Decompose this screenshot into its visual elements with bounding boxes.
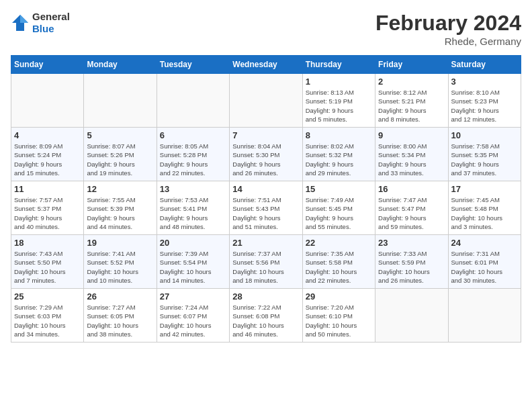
day-info: Sunrise: 8:04 AM Sunset: 5:30 PM Dayligh… <box>232 142 299 177</box>
calendar-body: 1Sunrise: 8:13 AM Sunset: 5:19 PM Daylig… <box>11 74 521 342</box>
day-info: Sunrise: 7:43 AM Sunset: 5:50 PM Dayligh… <box>14 249 81 285</box>
month-title: February 2024 <box>375 11 521 36</box>
day-info: Sunrise: 7:51 AM Sunset: 5:43 PM Dayligh… <box>232 195 299 231</box>
calendar-cell: 22Sunrise: 7:35 AM Sunset: 5:58 PM Dayli… <box>302 235 375 289</box>
day-number: 29 <box>306 291 372 302</box>
weekday-header-monday: Monday <box>84 56 157 74</box>
day-info: Sunrise: 7:24 AM Sunset: 6:07 PM Dayligh… <box>160 303 226 338</box>
calendar-cell: 4Sunrise: 8:09 AM Sunset: 5:24 PM Daylig… <box>11 128 84 181</box>
day-number: 13 <box>160 184 226 194</box>
calendar-cell: 11Sunrise: 7:57 AM Sunset: 5:37 PM Dayli… <box>11 181 84 235</box>
logo-text: General Blue <box>32 11 70 35</box>
calendar-header-row: SundayMondayTuesdayWednesdayThursdayFrid… <box>11 56 521 74</box>
svg-marker-1 <box>20 15 28 23</box>
logo-icon <box>11 13 30 32</box>
day-info: Sunrise: 7:31 AM Sunset: 6:01 PM Dayligh… <box>451 249 518 285</box>
day-info: Sunrise: 8:00 AM Sunset: 5:34 PM Dayligh… <box>378 142 445 177</box>
day-number: 23 <box>378 238 445 248</box>
calendar-cell <box>448 289 521 342</box>
day-info: Sunrise: 7:55 AM Sunset: 5:39 PM Dayligh… <box>87 195 153 231</box>
calendar-cell: 27Sunrise: 7:24 AM Sunset: 6:07 PM Dayli… <box>157 289 229 342</box>
day-number: 20 <box>160 238 226 248</box>
calendar-cell: 12Sunrise: 7:55 AM Sunset: 5:39 PM Dayli… <box>84 181 157 235</box>
day-info: Sunrise: 7:20 AM Sunset: 6:10 PM Dayligh… <box>306 303 372 338</box>
calendar-cell: 15Sunrise: 7:49 AM Sunset: 5:45 PM Dayli… <box>302 181 375 235</box>
calendar-cell: 24Sunrise: 7:31 AM Sunset: 6:01 PM Dayli… <box>448 235 521 289</box>
calendar-cell: 8Sunrise: 8:02 AM Sunset: 5:32 PM Daylig… <box>302 128 375 181</box>
weekday-header-sunday: Sunday <box>11 56 84 74</box>
weekday-header-wednesday: Wednesday <box>230 56 302 74</box>
day-info: Sunrise: 7:22 AM Sunset: 6:08 PM Dayligh… <box>232 303 299 338</box>
day-number: 25 <box>14 291 81 302</box>
calendar-cell: 2Sunrise: 8:12 AM Sunset: 5:21 PM Daylig… <box>375 74 448 128</box>
day-number: 19 <box>87 238 153 248</box>
weekday-header-saturday: Saturday <box>448 56 521 74</box>
calendar-cell: 16Sunrise: 7:47 AM Sunset: 5:47 PM Dayli… <box>375 181 448 235</box>
calendar-cell: 20Sunrise: 7:39 AM Sunset: 5:54 PM Dayli… <box>157 235 229 289</box>
page-header: General Blue February 2024 Rhede, German… <box>11 11 521 47</box>
day-number: 22 <box>306 238 372 248</box>
calendar-cell: 5Sunrise: 8:07 AM Sunset: 5:26 PM Daylig… <box>84 128 157 181</box>
calendar-cell: 17Sunrise: 7:45 AM Sunset: 5:48 PM Dayli… <box>448 181 521 235</box>
day-number: 15 <box>306 184 372 194</box>
calendar-cell: 10Sunrise: 7:58 AM Sunset: 5:35 PM Dayli… <box>448 128 521 181</box>
day-info: Sunrise: 7:57 AM Sunset: 5:37 PM Dayligh… <box>14 195 81 231</box>
day-info: Sunrise: 8:02 AM Sunset: 5:32 PM Dayligh… <box>306 142 372 177</box>
day-info: Sunrise: 7:49 AM Sunset: 5:45 PM Dayligh… <box>306 195 372 231</box>
calendar-cell: 6Sunrise: 8:05 AM Sunset: 5:28 PM Daylig… <box>157 128 229 181</box>
calendar-week-5: 25Sunrise: 7:29 AM Sunset: 6:03 PM Dayli… <box>11 289 521 342</box>
day-number: 10 <box>451 130 518 140</box>
day-info: Sunrise: 8:07 AM Sunset: 5:26 PM Dayligh… <box>87 142 153 177</box>
day-number: 7 <box>232 130 299 140</box>
day-number: 11 <box>14 184 81 194</box>
day-info: Sunrise: 8:09 AM Sunset: 5:24 PM Dayligh… <box>14 142 81 177</box>
day-number: 9 <box>378 130 445 140</box>
calendar-cell: 1Sunrise: 8:13 AM Sunset: 5:19 PM Daylig… <box>302 74 375 128</box>
day-number: 12 <box>87 184 153 194</box>
calendar-cell: 21Sunrise: 7:37 AM Sunset: 5:56 PM Dayli… <box>230 235 302 289</box>
calendar-cell: 9Sunrise: 8:00 AM Sunset: 5:34 PM Daylig… <box>375 128 448 181</box>
day-info: Sunrise: 7:47 AM Sunset: 5:47 PM Dayligh… <box>378 195 445 231</box>
day-number: 18 <box>14 238 81 248</box>
day-number: 8 <box>306 130 372 140</box>
day-info: Sunrise: 7:45 AM Sunset: 5:48 PM Dayligh… <box>451 195 518 231</box>
day-info: Sunrise: 8:13 AM Sunset: 5:19 PM Dayligh… <box>306 88 372 124</box>
calendar-cell <box>157 74 229 128</box>
day-info: Sunrise: 7:37 AM Sunset: 5:56 PM Dayligh… <box>232 249 299 285</box>
calendar-cell: 26Sunrise: 7:27 AM Sunset: 6:05 PM Dayli… <box>84 289 157 342</box>
weekday-header-friday: Friday <box>375 56 448 74</box>
day-info: Sunrise: 7:53 AM Sunset: 5:41 PM Dayligh… <box>160 195 226 231</box>
day-info: Sunrise: 7:41 AM Sunset: 5:52 PM Dayligh… <box>87 249 153 285</box>
calendar-week-3: 11Sunrise: 7:57 AM Sunset: 5:37 PM Dayli… <box>11 181 521 235</box>
day-number: 4 <box>14 130 81 140</box>
title-block: February 2024 Rhede, Germany <box>375 11 521 47</box>
logo: General Blue <box>11 11 70 35</box>
day-info: Sunrise: 7:33 AM Sunset: 5:59 PM Dayligh… <box>378 249 445 285</box>
calendar-cell: 14Sunrise: 7:51 AM Sunset: 5:43 PM Dayli… <box>230 181 302 235</box>
location-subtitle: Rhede, Germany <box>375 36 521 47</box>
calendar-week-2: 4Sunrise: 8:09 AM Sunset: 5:24 PM Daylig… <box>11 128 521 181</box>
calendar-cell: 19Sunrise: 7:41 AM Sunset: 5:52 PM Dayli… <box>84 235 157 289</box>
day-number: 24 <box>451 238 518 248</box>
calendar-cell: 23Sunrise: 7:33 AM Sunset: 5:59 PM Dayli… <box>375 235 448 289</box>
day-info: Sunrise: 7:58 AM Sunset: 5:35 PM Dayligh… <box>451 142 518 177</box>
calendar-week-1: 1Sunrise: 8:13 AM Sunset: 5:19 PM Daylig… <box>11 74 521 128</box>
day-info: Sunrise: 8:12 AM Sunset: 5:21 PM Dayligh… <box>378 88 445 124</box>
day-number: 27 <box>160 291 226 302</box>
day-info: Sunrise: 8:10 AM Sunset: 5:23 PM Dayligh… <box>451 88 518 124</box>
day-number: 14 <box>232 184 299 194</box>
calendar-cell: 18Sunrise: 7:43 AM Sunset: 5:50 PM Dayli… <box>11 235 84 289</box>
calendar-table: SundayMondayTuesdayWednesdayThursdayFrid… <box>11 55 521 342</box>
day-number: 1 <box>306 77 372 87</box>
day-info: Sunrise: 7:27 AM Sunset: 6:05 PM Dayligh… <box>87 303 153 338</box>
day-number: 17 <box>451 184 518 194</box>
calendar-cell: 28Sunrise: 7:22 AM Sunset: 6:08 PM Dayli… <box>230 289 302 342</box>
calendar-cell: 3Sunrise: 8:10 AM Sunset: 5:23 PM Daylig… <box>448 74 521 128</box>
day-number: 16 <box>378 184 445 194</box>
day-info: Sunrise: 7:39 AM Sunset: 5:54 PM Dayligh… <box>160 249 226 285</box>
day-info: Sunrise: 7:35 AM Sunset: 5:58 PM Dayligh… <box>306 249 372 285</box>
calendar-cell <box>375 289 448 342</box>
calendar-cell <box>230 74 302 128</box>
calendar-cell <box>11 74 84 128</box>
calendar-cell: 13Sunrise: 7:53 AM Sunset: 5:41 PM Dayli… <box>157 181 229 235</box>
